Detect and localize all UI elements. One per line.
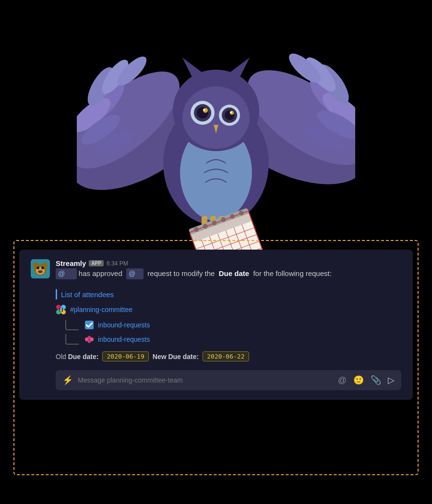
indent-connector-1 (65, 320, 79, 330)
emoji-button[interactable]: 🙂 (353, 375, 364, 385)
pink-dots-icon (84, 335, 94, 344)
send-button[interactable]: ▷ (388, 375, 395, 385)
message-time: 6:34 PM (107, 260, 128, 267)
blue-bar-indicator (56, 289, 57, 300)
avatar (31, 259, 50, 278)
nested-item-2[interactable]: inbound-requests (65, 334, 401, 345)
svg-point-68 (38, 270, 43, 273)
message-header: Streamly APP 6:34 PM @ has approved @ re… (31, 259, 401, 285)
message-text: @ has approved @ request to modify the D… (56, 268, 401, 279)
svg-point-69 (33, 262, 38, 268)
svg-point-81 (88, 340, 91, 343)
due-date-label-old: Due date: (68, 353, 99, 360)
due-date-bold: Due date (219, 269, 249, 277)
svg-point-28 (203, 109, 205, 111)
channel-name[interactable]: #planning-committee (70, 306, 132, 313)
at-button[interactable]: @ (338, 375, 347, 385)
channel-row[interactable]: # #planning-committee (56, 304, 401, 315)
nested-item-2-name[interactable]: inbound-requests (98, 336, 150, 343)
input-actions: @ 🙂 📎 ▷ (338, 375, 395, 385)
message-body: List of attendees # #planning-committee … (56, 289, 401, 390)
sender-name: Streamly (56, 259, 86, 267)
msg-body-before: has approved (79, 269, 122, 277)
owl-illustration (0, 0, 432, 269)
msg-body-middle: request to modify the (147, 269, 215, 277)
nested-item-1[interactable]: inbound-requests (65, 320, 401, 330)
slack-channel-icon: # (56, 304, 66, 315)
sender-row: Streamly APP 6:34 PM (56, 259, 401, 267)
svg-point-33 (230, 111, 232, 113)
message-input-area[interactable]: ⚡ Message planning-committee-team @ 🙂 📎 … (56, 370, 401, 390)
app-badge: APP (89, 260, 104, 266)
user-pill-1: @ (56, 268, 77, 279)
lightning-icon: ⚡ (62, 375, 73, 385)
checkbox-icon (84, 320, 94, 330)
attendees-section: List of attendees (56, 289, 401, 300)
slack-message-card: Streamly APP 6:34 PM @ has approved @ re… (19, 250, 413, 400)
indent-connector-2 (65, 334, 79, 345)
message-meta: Streamly APP 6:34 PM @ has approved @ re… (56, 259, 401, 285)
attendees-label: List of attendees (61, 290, 114, 299)
attachment-button[interactable]: 📎 (371, 375, 381, 385)
new-date-badge: 2020-06-22 (203, 351, 249, 361)
old-text: Old (56, 353, 68, 360)
old-date-badge: 2020-06-19 (102, 351, 148, 361)
message-input-placeholder[interactable]: Message planning-committee-team (78, 376, 333, 384)
user-pill-2: @ (126, 268, 144, 279)
svg-text:#: # (60, 307, 62, 312)
due-date-row: Old Due date: 2020-06-19 New Due date: 2… (56, 351, 401, 361)
svg-point-70 (43, 262, 48, 268)
nested-item-1-name[interactable]: inbound-requests (98, 321, 150, 329)
msg-body-after: for the following request: (253, 269, 331, 277)
old-due-label: Old Due date: (56, 353, 98, 360)
new-due-label: New Due date: (153, 353, 199, 360)
